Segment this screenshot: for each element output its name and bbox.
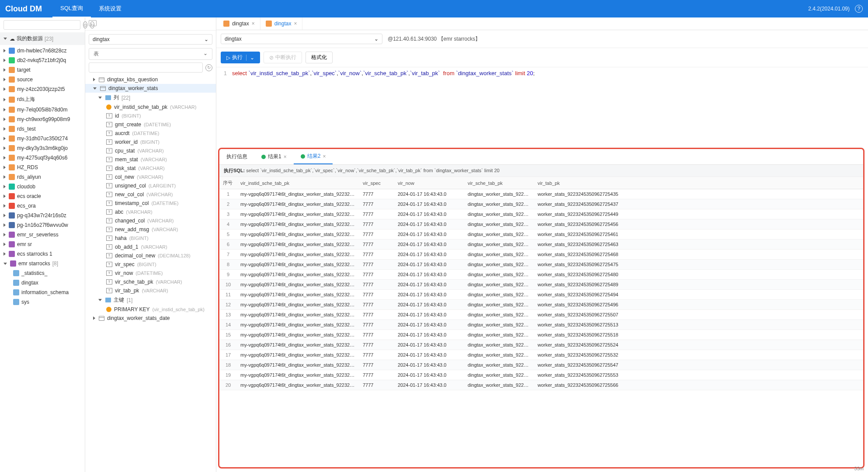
table-row[interactable]: 18my-vgpq6q097174t6t_dingtax_worker_stat… xyxy=(219,360,863,370)
column-item[interactable]: Thaha (BIGINT) xyxy=(85,234,216,243)
left-search-input[interactable] xyxy=(3,20,80,30)
datasource-item[interactable]: my-7elq005i8b78d0m xyxy=(0,105,85,115)
datasource-item[interactable]: my-dky3y3s3m6kg0jo xyxy=(0,143,85,153)
result-tab[interactable]: 结果1 × xyxy=(254,149,294,164)
result-table-wrap[interactable]: 序号vir_instid_sche_tab_pkvir_specvir_nowv… xyxy=(219,177,863,467)
column-item[interactable]: Tcol_new (VARCHAR) xyxy=(85,173,216,181)
column-item[interactable]: Tcpu_stat (VARCHAR) xyxy=(85,146,216,155)
table-row[interactable]: 19my-vgpq6q097174t6t_dingtax_worker_stat… xyxy=(219,370,863,380)
editor-tab[interactable]: dingtax × xyxy=(260,17,303,30)
table-row[interactable]: 20my-vgpq6q097174t6t_dingtax_worker_stat… xyxy=(219,380,863,390)
column-item[interactable]: Tvir_tab_pk (VARCHAR) xyxy=(85,286,216,295)
sql-editor[interactable]: 1 select `vir_instid_sche_tab_pk`,`vir_s… xyxy=(216,67,868,146)
datasource-item[interactable]: emr_sr_severless xyxy=(0,230,85,239)
datasource-item[interactable]: db2-nvkq57z1bfr2j0q xyxy=(0,56,85,65)
table-row[interactable]: 11my-vgpq6q097174t6t_dingtax_worker_stat… xyxy=(219,290,863,300)
datasource-item[interactable]: source xyxy=(0,75,85,84)
result-tab[interactable]: 结果2 × xyxy=(294,149,333,164)
datasource-item[interactable]: my-4275uqf3y4q60s6 xyxy=(0,153,85,163)
close-icon[interactable]: × xyxy=(323,153,326,160)
column-item[interactable]: Tmem_stat (VARCHAR) xyxy=(85,155,216,164)
column-item[interactable]: Tdisk_stat (VARCHAR) xyxy=(85,164,216,173)
nav-system-settings[interactable]: 系统设置 xyxy=(91,0,129,17)
column-item[interactable]: Tvir_spec (BIGINT) xyxy=(85,260,216,269)
column-item[interactable]: Tworker_id (BIGINT) xyxy=(85,138,216,146)
table-category-label[interactable]: 表 ⌄ xyxy=(89,48,212,60)
column-item[interactable]: Tvir_sche_tab_pk (VARCHAR) xyxy=(85,278,216,286)
column-item[interactable]: Tchanged_col (VARCHAR) xyxy=(85,216,216,225)
column-item[interactable]: Tunsigned_col (LARGEINT) xyxy=(85,181,216,190)
datasource-item[interactable]: pg-1n16o27f6wvvu0w xyxy=(0,220,85,230)
run-button[interactable]: ▷ 执行 ⌄ xyxy=(221,52,260,63)
column-item[interactable]: Taucrdt (DATETIME) xyxy=(85,129,216,138)
datasource-item[interactable]: HZ_RDS xyxy=(0,163,85,172)
table-row[interactable]: 4my-vgpq6q097174t6t_dingtax_worker_stats… xyxy=(219,219,863,229)
datasource-item[interactable]: target xyxy=(0,65,85,75)
datasource-header[interactable]: ☁ 我的数据源 [23] xyxy=(0,32,85,45)
format-button[interactable]: 格式化 xyxy=(306,52,333,63)
table-row[interactable]: 16my-vgpq6q097174t6t_dingtax_worker_stat… xyxy=(219,340,863,350)
schema-item[interactable]: information_schema xyxy=(0,288,85,297)
datasource-item[interactable]: pg-q343w7r24r16s0z xyxy=(0,211,85,220)
result-tab[interactable]: 执行信息 xyxy=(219,149,254,164)
schema-item[interactable]: sys xyxy=(0,297,85,307)
table-item[interactable]: dingtax_worker_stats_date xyxy=(85,314,216,323)
table-search-input[interactable] xyxy=(89,62,203,73)
table-row[interactable]: 3my-vgpq6q097174t6t_dingtax_worker_stats… xyxy=(219,209,863,219)
help-icon[interactable]: ? xyxy=(855,5,863,13)
column-header[interactable]: vir_tab_pk xyxy=(534,177,863,189)
datasource-item[interactable]: rds_aliyun xyxy=(0,172,85,182)
close-icon[interactable]: × xyxy=(284,154,287,160)
table-row[interactable]: 7my-vgpq6q097174t6t_dingtax_worker_stats… xyxy=(219,250,863,260)
column-header[interactable]: 序号 xyxy=(219,177,237,189)
table-row[interactable]: 13my-vgpq6q097174t6t_dingtax_worker_stat… xyxy=(219,310,863,320)
column-item[interactable]: Tid (BIGINT) xyxy=(85,111,216,120)
connection-db-select[interactable]: dingtax ⌄ xyxy=(221,34,382,44)
table-row[interactable]: 5my-vgpq6q097174t6t_dingtax_worker_stats… xyxy=(219,229,863,239)
close-icon[interactable]: × xyxy=(252,21,255,27)
pk-item[interactable]: PRIMARY KEY (vir_instid_sche_tab_pk) xyxy=(85,305,216,314)
column-group[interactable]: 列[22] xyxy=(85,93,216,103)
table-item[interactable]: dingtax_kbs_question xyxy=(85,75,216,84)
column-item[interactable]: Tnew_add_msg (VARCHAR) xyxy=(85,225,216,234)
datasource-item[interactable]: rds上海 xyxy=(0,94,85,105)
column-item[interactable]: Tnew_col_col (VARCHAR) xyxy=(85,190,216,199)
interrupt-button[interactable]: ⊘ 中断执行 xyxy=(264,52,302,63)
database-select[interactable]: dingtax ⌄ xyxy=(89,34,212,45)
table-row[interactable]: 8my-vgpq6q097174t6t_dingtax_worker_stats… xyxy=(219,260,863,270)
column-header[interactable]: vir_sche_tab_pk xyxy=(464,177,534,189)
column-header[interactable]: vir_now xyxy=(394,177,464,189)
datasource-item[interactable]: ecs starrocks 1 xyxy=(0,249,85,259)
datasource-item[interactable]: my-ch9wxr6g99p08m9 xyxy=(0,115,85,124)
datasource-item[interactable]: my-31dh07uc350t274 xyxy=(0,134,85,143)
nav-sql-query[interactable]: SQL查询 xyxy=(52,0,91,17)
layout-icon[interactable] xyxy=(89,20,97,26)
table-row[interactable]: 12my-vgpq6q097174t6t_dingtax_worker_stat… xyxy=(219,300,863,310)
table-row[interactable]: 2my-vgpq6q097174t6t_dingtax_worker_stats… xyxy=(219,199,863,209)
datasource-item[interactable]: dm-hwblec7n68t28cz xyxy=(0,46,85,56)
refresh-icon[interactable]: ↻ xyxy=(205,64,212,71)
table-row[interactable]: 1my-vgpq6q097174t6t_dingtax_worker_stats… xyxy=(219,189,863,199)
table-row[interactable]: 10my-vgpq6q097174t6t_dingtax_worker_stat… xyxy=(219,280,863,290)
table-row[interactable]: 14my-vgpq6q097174t6t_dingtax_worker_stat… xyxy=(219,320,863,330)
column-header[interactable]: vir_instid_sche_tab_pk xyxy=(237,177,359,189)
editor-tab[interactable]: dingtax × xyxy=(218,17,260,30)
column-item[interactable]: Tgmt_create (DATETIME) xyxy=(85,120,216,129)
table-row[interactable]: 6my-vgpq6q097174t6t_dingtax_worker_stats… xyxy=(219,239,863,250)
datasource-item[interactable]: ecs oracle xyxy=(0,191,85,201)
column-header[interactable]: vir_spec xyxy=(359,177,394,189)
pk-group[interactable]: 主键[1] xyxy=(85,295,216,305)
table-row[interactable]: 9my-vgpq6q097174t6t_dingtax_worker_stats… xyxy=(219,270,863,280)
column-item[interactable]: Tabc (VARCHAR) xyxy=(85,208,216,216)
column-item[interactable]: Ttimestamp_col (DATETIME) xyxy=(85,199,216,208)
datasource-item-expanded[interactable]: emr starrocks[8] xyxy=(0,259,85,268)
close-icon[interactable]: × xyxy=(294,21,297,27)
datasource-item[interactable]: rds_test xyxy=(0,124,85,134)
column-item[interactable]: vir_instid_sche_tab_pk (VARCHAR) xyxy=(85,103,216,111)
column-item[interactable]: Tob_add_1 (VARCHAR) xyxy=(85,243,216,251)
table-item[interactable]: dingtax_worker_stats xyxy=(85,84,216,93)
column-item[interactable]: Tvir_now (DATETIME) xyxy=(85,269,216,278)
schema-item[interactable]: dingtax xyxy=(0,278,85,288)
datasource-item[interactable]: ecs_ora xyxy=(0,201,85,211)
table-row[interactable]: 15my-vgpq6q097174t6t_dingtax_worker_stat… xyxy=(219,330,863,340)
